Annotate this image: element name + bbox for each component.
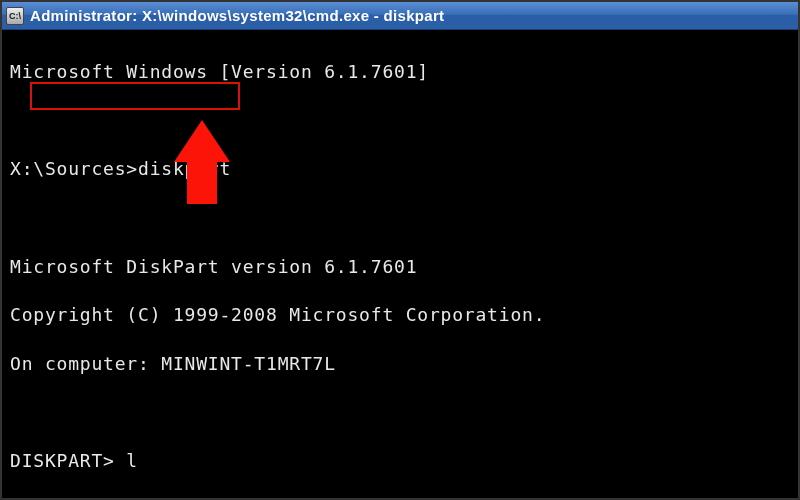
terminal-blank — [10, 109, 790, 133]
diskpart-prompt-line: DISKPART> l — [10, 449, 790, 473]
titlebar[interactable]: C:\ Administrator: X:\windows\system32\c… — [2, 2, 798, 30]
window-frame: C:\ Administrator: X:\windows\system32\c… — [0, 0, 800, 500]
terminal-blank — [10, 206, 790, 230]
window-title: Administrator: X:\windows\system32\cmd.e… — [30, 7, 444, 24]
terminal-blank — [10, 400, 790, 424]
terminal-output[interactable]: Microsoft Windows [Version 6.1.7601] X:\… — [2, 30, 798, 498]
cmd-icon: C:\ — [6, 7, 24, 25]
cmd-icon-label: C:\ — [9, 11, 21, 21]
terminal-line: Copyright (C) 1999-2008 Microsoft Corpor… — [10, 303, 790, 327]
terminal-line: On computer: MINWINT-T1MRT7L — [10, 352, 790, 376]
terminal-line: Microsoft DiskPart version 6.1.7601 — [10, 255, 790, 279]
terminal-prompt-line: X:\Sources>diskpart — [10, 157, 790, 181]
terminal-line: Microsoft Windows [Version 6.1.7601] — [10, 60, 790, 84]
